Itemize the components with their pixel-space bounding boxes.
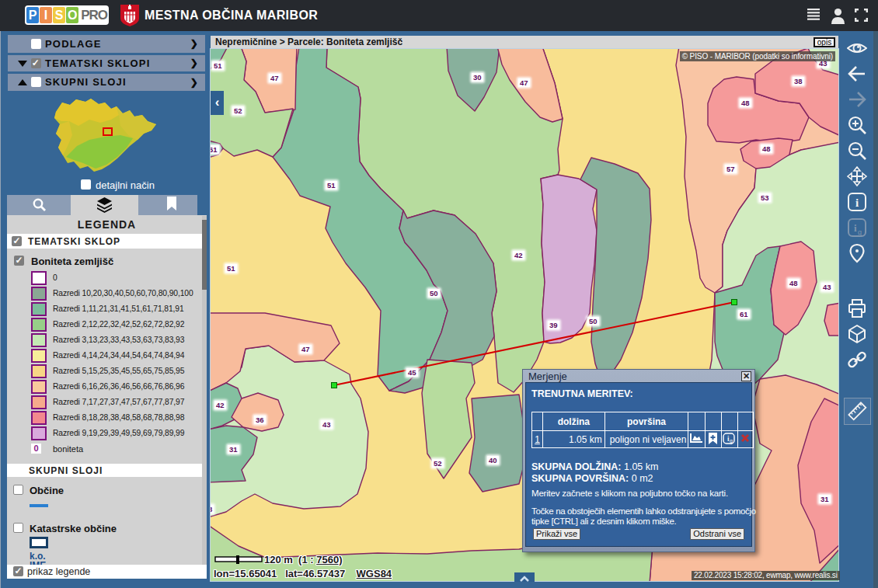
- svg-text:i: i: [855, 197, 859, 209]
- svg-text:g: g: [858, 228, 862, 236]
- svg-text:i: i: [854, 222, 857, 234]
- svg-text:g: g: [730, 438, 733, 444]
